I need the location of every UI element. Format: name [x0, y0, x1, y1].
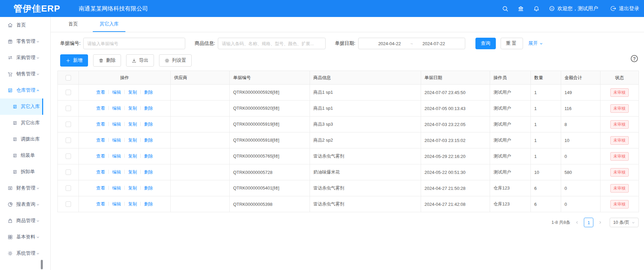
delete-link[interactable]: 删除 [144, 90, 153, 95]
divider [124, 170, 125, 174]
sidebar-item-other-inbound[interactable]: 其它入库 [0, 98, 43, 115]
delete-link[interactable]: 删除 [144, 122, 153, 127]
sidebar-item-basic-data[interactable]: 基本资料 [0, 229, 43, 245]
sidebar-item-product[interactable]: 商品管理 [0, 213, 43, 229]
doc-icon [13, 121, 17, 125]
row-checkbox[interactable] [66, 169, 71, 175]
view-link[interactable]: 查看 [96, 106, 105, 111]
chevron-down-icon [539, 42, 543, 46]
select-all-checkbox[interactable] [66, 75, 71, 80]
status-badge: 未审核 [610, 152, 629, 161]
delete-link[interactable]: 删除 [144, 154, 153, 159]
status-badge: 未审核 [610, 120, 629, 129]
copy-link[interactable]: 复制 [128, 201, 137, 206]
qty-cell: 1 [531, 101, 561, 116]
shop-icon[interactable] [518, 5, 524, 12]
date-range-input[interactable]: 2024-04-22 ~ 2024-07-22 [358, 38, 465, 49]
sidebar-item-system[interactable]: 系统管理 [0, 245, 43, 262]
divider [108, 154, 109, 158]
edit-link[interactable]: 编辑 [112, 154, 121, 159]
row-checkbox[interactable] [66, 138, 71, 143]
export-button[interactable]: 导出 [126, 54, 154, 67]
order-no-input[interactable] [83, 38, 185, 49]
edit-link[interactable]: 编辑 [112, 185, 121, 191]
delete-link[interactable]: 删除 [144, 185, 153, 191]
search-icon[interactable] [502, 5, 509, 12]
tab-other-inbound[interactable]: 其它入库 [93, 17, 125, 32]
sidebar-item-warehouse[interactable]: 仓库管理 [0, 82, 43, 98]
row-checkbox[interactable] [66, 90, 71, 95]
edit-link[interactable]: 编辑 [112, 106, 121, 111]
date-cell: 2024-07-03 23:15:02 [421, 132, 490, 148]
delete-button[interactable]: 删除 [93, 54, 121, 67]
view-link[interactable]: 查看 [96, 201, 105, 206]
next-page-button[interactable] [596, 218, 604, 227]
view-link[interactable]: 查看 [96, 138, 105, 143]
delete-link[interactable]: 删除 [144, 138, 153, 143]
edit-link[interactable]: 编辑 [112, 90, 121, 95]
page-size-select[interactable]: 10 条/页 [610, 218, 639, 227]
supplier-cell [171, 101, 230, 116]
copy-link[interactable]: 复制 [128, 122, 137, 127]
view-link[interactable]: 查看 [96, 185, 105, 191]
search-button[interactable]: 查询 [475, 38, 496, 49]
delete-link[interactable]: 删除 [144, 169, 153, 175]
amount-cell: 149 [561, 85, 601, 101]
copy-link[interactable]: 复制 [128, 90, 137, 95]
sidebar-scrollbar[interactable] [41, 260, 43, 269]
smile-icon [549, 5, 555, 12]
sidebar-item-assembly[interactable]: 组装单 [0, 147, 43, 164]
chevron-down-icon [36, 252, 40, 255]
edit-link[interactable]: 编辑 [112, 122, 121, 127]
sidebar-item-purchase[interactable]: 采购管理 [0, 50, 43, 66]
page-number-button[interactable]: 1 [584, 218, 593, 227]
sidebar-item-label: 仓库管理 [16, 87, 35, 93]
help-icon[interactable]: ? [631, 55, 638, 62]
logout-button[interactable]: 退出登录 [610, 5, 639, 12]
status-badge: 未审核 [610, 104, 629, 113]
sidebar-item-disassembly[interactable]: 拆卸单 [0, 164, 43, 180]
delete-link[interactable]: 删除 [144, 106, 153, 111]
divider [140, 170, 141, 174]
sidebar-item-sales[interactable]: 销售管理 [0, 66, 43, 82]
sidebar-item-home[interactable]: 首页 [0, 17, 43, 33]
view-link[interactable]: 查看 [96, 154, 105, 159]
edit-link[interactable]: 编辑 [112, 169, 121, 175]
row-checkbox[interactable] [66, 201, 71, 207]
expand-link[interactable]: 展开 [528, 40, 543, 47]
row-checkbox[interactable] [66, 154, 71, 159]
row-checkbox[interactable] [66, 185, 71, 191]
column-settings-button[interactable]: 列设置 [159, 54, 192, 67]
sidebar-item-report[interactable]: 报表查询 [0, 196, 43, 213]
add-button[interactable]: 新增 [60, 54, 88, 67]
delete-button-label: 删除 [106, 57, 116, 64]
table-row: 查看编辑复制删除 QTRK00000005920[转] 商品1 sp1 2024… [58, 101, 639, 116]
row-checkbox[interactable] [66, 106, 71, 111]
delete-link[interactable]: 删除 [144, 201, 153, 206]
edit-link[interactable]: 编辑 [112, 138, 121, 143]
bell-icon[interactable] [533, 5, 540, 12]
sidebar-item-finance[interactable]: 财务管理 [0, 180, 43, 196]
row-checkbox[interactable] [66, 122, 71, 127]
filter-bar: 单据编号: 商品信息: 单据日期: 2024-04-22 ~ 2024-07-2… [51, 32, 644, 49]
order-no-cell: QTRK00000005918[转] [230, 132, 310, 148]
tab-home[interactable]: 首页 [62, 17, 85, 32]
sidebar-item-transfer-outbound[interactable]: 调拨出库 [0, 131, 43, 147]
view-link[interactable]: 查看 [96, 122, 105, 127]
edit-link[interactable]: 编辑 [112, 201, 121, 206]
view-link[interactable]: 查看 [96, 169, 105, 175]
copy-link[interactable]: 复制 [128, 169, 137, 175]
welcome-user[interactable]: 欢迎您，测试用户 [549, 5, 598, 12]
copy-link[interactable]: 复制 [128, 185, 137, 191]
copy-link[interactable]: 复制 [128, 154, 137, 159]
reset-button[interactable]: 重置 [501, 38, 523, 49]
copy-link[interactable]: 复制 [128, 138, 137, 143]
copy-link[interactable]: 复制 [128, 106, 137, 111]
app-logo[interactable]: 管伊佳ERP [0, 3, 60, 15]
sidebar-item-retail[interactable]: 零售管理 [0, 33, 43, 50]
product-info-input[interactable] [218, 38, 326, 49]
prev-page-button[interactable] [573, 218, 581, 227]
view-link[interactable]: 查看 [96, 90, 105, 95]
sidebar-item-other-outbound[interactable]: 其它出库 [0, 115, 43, 131]
col-header-order-no: 单据编号 [230, 71, 310, 85]
